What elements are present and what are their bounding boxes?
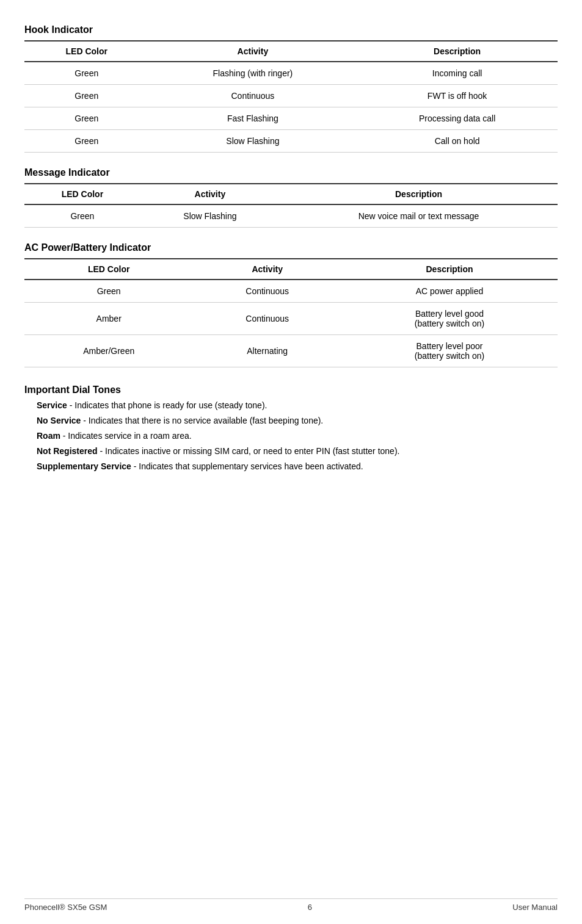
table-cell-color: Green xyxy=(24,280,193,303)
table-cell-color: Amber xyxy=(24,303,193,335)
table-row: GreenSlow FlashingNew voice mail or text… xyxy=(24,204,558,228)
dial-tones-title: Important Dial Tones xyxy=(24,384,558,395)
table-cell-description: FWT is off hook xyxy=(357,85,558,107)
table-cell-activity: Alternating xyxy=(193,335,341,367)
table-cell-description: Battery level good (battery switch on) xyxy=(341,303,558,335)
table-cell-description: Processing data call xyxy=(357,107,558,130)
ac-power-indicator-table: LED Color Activity Description GreenCont… xyxy=(24,258,558,367)
message-indicator-title: Message Indicator xyxy=(24,167,558,178)
table-cell-activity: Slow Flashing xyxy=(140,204,280,228)
table-row: GreenFast FlashingProcessing data call xyxy=(24,107,558,130)
table-cell-activity: Continuous xyxy=(193,280,341,303)
hook-col-description: Description xyxy=(357,41,558,62)
list-item: Roam - Indicates service in a roam area. xyxy=(37,430,558,442)
list-item: Supplementary Service - Indicates that s… xyxy=(37,460,558,473)
footer-center: 6 xyxy=(308,903,312,912)
table-cell-color: Green xyxy=(24,85,149,107)
dial-tones-section: Important Dial Tones Service - Indicates… xyxy=(24,384,558,473)
table-cell-color: Green xyxy=(24,62,149,85)
table-row: GreenContinuousFWT is off hook xyxy=(24,85,558,107)
msg-col-description: Description xyxy=(280,184,558,204)
table-cell-activity: Slow Flashing xyxy=(149,130,357,153)
table-cell-activity: Continuous xyxy=(149,85,357,107)
table-cell-color: Green xyxy=(24,204,140,228)
hook-indicator-table: LED Color Activity Description GreenFlas… xyxy=(24,40,558,153)
table-cell-description: Incoming call xyxy=(357,62,558,85)
ac-col-activity: Activity xyxy=(193,259,341,280)
ac-col-color: LED Color xyxy=(24,259,193,280)
list-item: Not Registered - Indicates inactive or m… xyxy=(37,445,558,458)
table-cell-description: Battery level poor (battery switch on) xyxy=(341,335,558,367)
hook-col-activity: Activity xyxy=(149,41,357,62)
message-indicator-table: LED Color Activity Description GreenSlow… xyxy=(24,183,558,228)
dial-tones-list: Service - Indicates that phone is ready … xyxy=(24,399,558,473)
table-cell-activity: Continuous xyxy=(193,303,341,335)
table-cell-color: Amber/Green xyxy=(24,335,193,367)
table-cell-description: Call on hold xyxy=(357,130,558,153)
table-row: AmberContinuousBattery level good (batte… xyxy=(24,303,558,335)
table-row: GreenFlashing (with ringer)Incoming call xyxy=(24,62,558,85)
ac-col-description: Description xyxy=(341,259,558,280)
table-cell-description: New voice mail or text message xyxy=(280,204,558,228)
footer-right: User Manual xyxy=(512,903,558,912)
list-item: Service - Indicates that phone is ready … xyxy=(37,399,558,412)
footer: Phonecell® SX5e GSM 6 User Manual xyxy=(24,898,558,912)
list-item: No Service - Indicates that there is no … xyxy=(37,414,558,427)
table-row: GreenContinuousAC power applied xyxy=(24,280,558,303)
msg-col-color: LED Color xyxy=(24,184,140,204)
table-cell-activity: Fast Flashing xyxy=(149,107,357,130)
table-cell-activity: Flashing (with ringer) xyxy=(149,62,357,85)
hook-col-color: LED Color xyxy=(24,41,149,62)
table-cell-color: Green xyxy=(24,107,149,130)
hook-indicator-title: Hook Indicator xyxy=(24,24,558,35)
table-row: Amber/GreenAlternatingBattery level poor… xyxy=(24,335,558,367)
table-row: GreenSlow FlashingCall on hold xyxy=(24,130,558,153)
msg-col-activity: Activity xyxy=(140,184,280,204)
table-cell-color: Green xyxy=(24,130,149,153)
ac-power-indicator-title: AC Power/Battery Indicator xyxy=(24,242,558,253)
footer-left: Phonecell® SX5e GSM xyxy=(24,903,107,912)
table-cell-description: AC power applied xyxy=(341,280,558,303)
